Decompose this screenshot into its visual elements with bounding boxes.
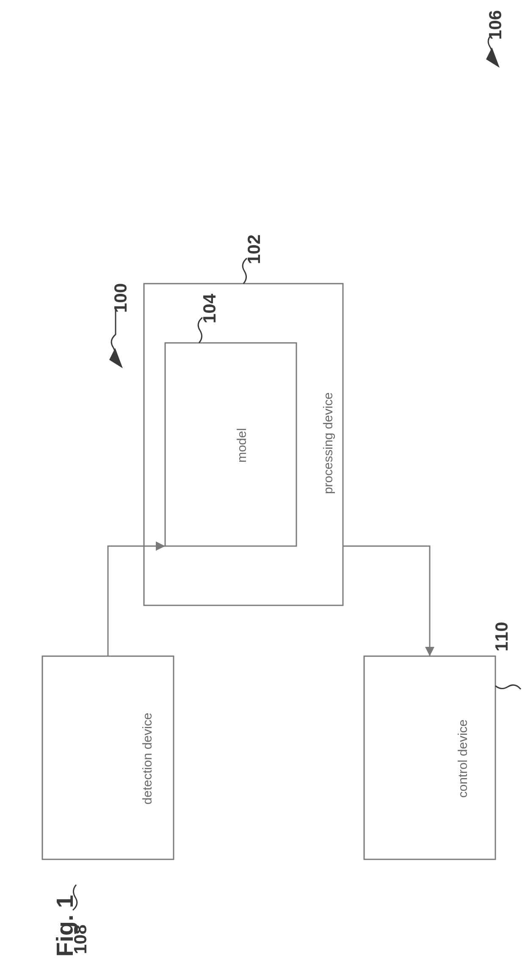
- ref-110: 110: [492, 622, 512, 651]
- processing-label: processing device: [321, 392, 335, 494]
- ref-104: 104: [199, 294, 220, 323]
- control-box: [364, 656, 495, 859]
- ref-106-arrowhead: [486, 47, 500, 68]
- arrow-detection-to-model: [108, 546, 165, 656]
- detection-label: detection device: [140, 713, 155, 805]
- ref-100: 100: [111, 283, 131, 313]
- arrowhead-1: [156, 541, 165, 551]
- model-label: model: [235, 428, 249, 463]
- control-label: control device: [456, 719, 470, 798]
- arrowhead-2: [425, 647, 434, 656]
- ref-100-arrowhead: [109, 348, 123, 368]
- ref-108: 108: [70, 925, 91, 954]
- ref-110-leader: [495, 685, 521, 689]
- ref-102: 102: [244, 235, 264, 264]
- model-box: [165, 343, 296, 546]
- arrow-processing-to-control: [343, 546, 430, 656]
- diagram-svg: [0, 0, 525, 980]
- ref-106: 106: [485, 10, 506, 40]
